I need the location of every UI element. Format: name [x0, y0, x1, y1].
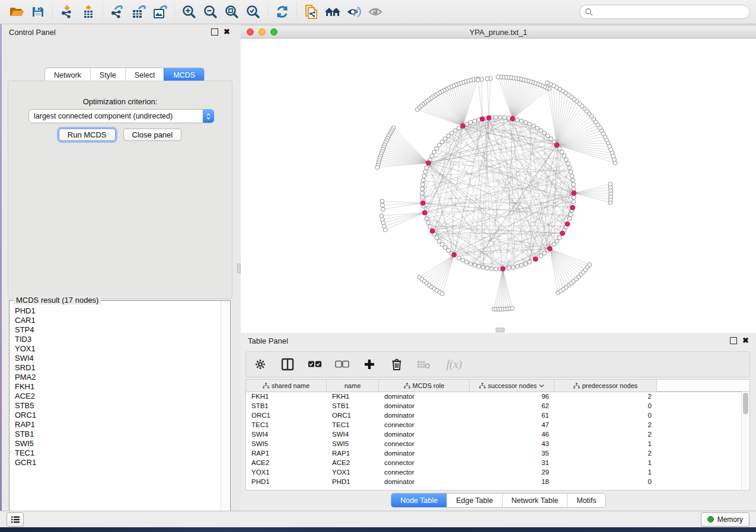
tab-motifs[interactable]: Motifs: [567, 493, 605, 507]
float-panel-icon[interactable]: [211, 28, 218, 36]
add-button[interactable]: [362, 357, 377, 371]
mcds-result-item[interactable]: PMA2: [15, 373, 221, 382]
export-image-button[interactable]: [149, 2, 171, 22]
zoom-fit-button[interactable]: [221, 2, 243, 22]
mcds-result-item[interactable]: ACE2: [15, 392, 221, 401]
network-titlebar[interactable]: YPA_prune.txt_1: [241, 26, 756, 39]
select-all-button[interactable]: [308, 357, 322, 371]
mcds-result-item[interactable]: SWI4: [15, 354, 221, 363]
cell-predecessor_nodes: 2: [554, 431, 657, 438]
zoom-in-button[interactable]: [178, 2, 200, 22]
search-field[interactable]: [579, 5, 750, 19]
column-header-MCDS-role[interactable]: MCDS role: [379, 380, 470, 392]
network-document-button[interactable]: [301, 2, 322, 22]
network-canvas[interactable]: [241, 39, 756, 333]
column-header-shared-name[interactable]: shared name: [246, 380, 327, 392]
refresh-button[interactable]: [272, 2, 293, 22]
tab-select[interactable]: Select: [125, 68, 164, 82]
table-scrollbar[interactable]: [741, 392, 749, 490]
mcds-result-item[interactable]: RAP1: [15, 420, 221, 430]
mcds-result-item[interactable]: FKH1: [15, 382, 221, 392]
table-row[interactable]: SWI5SWI5connector431: [246, 439, 742, 448]
mcds-result-item[interactable]: ORC1: [15, 411, 221, 420]
mcds-result-scrollbar[interactable]: [221, 302, 229, 521]
cell-mcds_role: connector: [379, 459, 470, 466]
zoom-in-icon: [181, 4, 197, 20]
panel-columns-button[interactable]: [280, 357, 295, 371]
node-table: shared namenameMCDS rolesuccessor nodesp…: [245, 379, 750, 491]
cell-shared_name: SWI5: [246, 440, 327, 447]
control-panel: Control Panel ✖ NetworkStyleSelectMCDS O…: [2, 24, 237, 511]
panel-splitter-horizontal[interactable]: [496, 328, 505, 332]
list-icon: [11, 515, 20, 524]
table-row[interactable]: STB1STB1dominator620: [246, 401, 742, 411]
mcds-result-item[interactable]: TID3: [15, 335, 221, 344]
close-panel-button[interactable]: Close panel: [123, 129, 182, 141]
panel-columns-icon: [281, 358, 294, 371]
table-row[interactable]: YOX1YOX1connector291: [246, 467, 742, 477]
settings-gear-button[interactable]: [253, 357, 267, 371]
zoom-selected-icon: [245, 4, 261, 20]
save-button[interactable]: [27, 2, 49, 22]
task-history-button[interactable]: [7, 512, 24, 527]
delete-button[interactable]: [390, 357, 404, 371]
tab-style[interactable]: Style: [90, 68, 125, 82]
table-row[interactable]: SWI4SWI4dominator462: [246, 430, 742, 439]
table-row[interactable]: RAP1RAP1dominator352: [246, 448, 742, 458]
export-table-button[interactable]: [128, 2, 149, 22]
zoom-out-button[interactable]: [200, 2, 221, 22]
column-header-successor-nodes[interactable]: successor nodes: [470, 380, 554, 392]
select-stepper-icon: [203, 110, 214, 123]
sort-indicator-icon: [539, 384, 544, 387]
toolbar-separator: [174, 3, 175, 21]
tab-network[interactable]: Network: [45, 68, 90, 82]
mcds-result-item[interactable]: YOX1: [15, 344, 221, 354]
column-label: name: [344, 382, 361, 389]
open-folder-button[interactable]: [6, 2, 27, 22]
import-network-button[interactable]: [56, 2, 78, 22]
mcds-result-item[interactable]: STP4: [15, 325, 221, 335]
mcds-result-item[interactable]: SRD1: [15, 363, 221, 373]
table-row[interactable]: ACE2ACE2connector311: [246, 458, 742, 467]
table-row[interactable]: FKH1FKH1dominator962: [246, 392, 742, 401]
mcds-result-item[interactable]: STB5: [15, 401, 221, 411]
mcds-result-item[interactable]: GCR1: [15, 458, 221, 467]
show-eye-button[interactable]: [365, 2, 386, 22]
optimization-criterion-select[interactable]: largest connected component (undirected): [28, 109, 214, 123]
table-row[interactable]: ORC1ORC1dominator610: [246, 411, 742, 420]
table-scrollbar-thumb[interactable]: [743, 393, 748, 414]
mcds-result-item[interactable]: TEC1: [15, 448, 221, 458]
memory-button[interactable]: Memory: [701, 512, 749, 527]
search-input[interactable]: [593, 7, 745, 17]
import-table-button[interactable]: [78, 2, 99, 22]
tab-edge-table[interactable]: Edge Table: [446, 493, 502, 507]
zoom-fit-icon: [224, 4, 240, 20]
table-row[interactable]: PHD1PHD1dominator180: [246, 477, 742, 486]
close-panel-icon[interactable]: ✖: [742, 338, 749, 344]
hide-eye-button[interactable]: [343, 2, 365, 22]
homes-button[interactable]: [322, 2, 343, 22]
table-row[interactable]: TEC1TEC1connector472: [246, 420, 742, 430]
tab-network-table[interactable]: Network Table: [502, 493, 567, 507]
cell-mcds_role: connector: [379, 440, 470, 447]
run-mcds-button[interactable]: Run MCDS: [59, 129, 116, 141]
tab-node-table[interactable]: Node Table: [391, 493, 446, 507]
close-panel-icon[interactable]: ✖: [224, 29, 230, 35]
attribute-type-icon: [404, 383, 410, 389]
mcds-result-item[interactable]: PHD1: [15, 306, 221, 316]
mcds-result-item[interactable]: SWI5: [15, 439, 221, 448]
zoom-selected-button[interactable]: [243, 2, 264, 22]
mcds-result-item[interactable]: STB1: [15, 430, 221, 439]
deselect-all-button[interactable]: [335, 357, 349, 371]
column-header-predecessor-nodes[interactable]: predecessor nodes: [554, 380, 657, 392]
export-network-button[interactable]: [107, 2, 128, 22]
float-panel-icon[interactable]: [730, 337, 737, 344]
network-graph[interactable]: [241, 39, 756, 333]
attribute-type-icon: [573, 383, 580, 389]
mcds-result-item[interactable]: CAR1: [15, 316, 221, 325]
function-builder-button[interactable]: f(x): [444, 357, 464, 371]
mcds-result-list[interactable]: PHD1CAR1STP4TID3YOX1SWI4SRD1PMA2FKH1ACE2…: [10, 303, 221, 521]
column-header-name[interactable]: name: [327, 380, 379, 392]
tab-mcds[interactable]: MCDS: [164, 68, 204, 82]
delete-table-button[interactable]: [417, 357, 431, 371]
